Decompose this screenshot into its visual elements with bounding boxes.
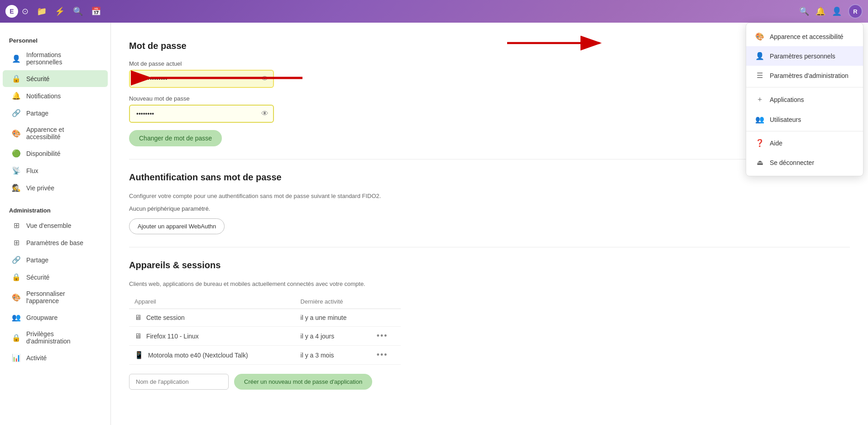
create-app-password-button[interactable]: Créer un nouveau mot de passe d'applicat… [234, 374, 372, 390]
sidebar: Personnel 👤 Informations personnelles 🔒 … [0, 23, 111, 425]
passwordless-desc: Configurer votre compte pour une authent… [129, 192, 850, 201]
calendar-icon[interactable]: 📅 [91, 6, 101, 16]
dropdown-item-admin-settings[interactable]: ☰ Paramètres d'administration [746, 66, 863, 85]
files-icon[interactable]: 📁 [37, 6, 47, 16]
dropdown-item-help[interactable]: ❓ Aide [746, 133, 863, 153]
help-icon: ❓ [755, 139, 764, 147]
sidebar-item-sharing[interactable]: 🔗 Partage [3, 105, 108, 121]
sidebar-item-availability[interactable]: 🟢 Disponibilité [3, 145, 108, 162]
rss-icon: 📡 [12, 166, 21, 175]
users-icon: 👥 [755, 115, 764, 124]
availability-icon: 🟢 [12, 149, 21, 158]
desktop2-icon: 🖥 [134, 332, 142, 340]
password-section-title: Mot de passe [129, 41, 850, 51]
dropdown-item-label: Utilisateurs [770, 116, 801, 123]
admin-lock-icon: 🔒 [12, 333, 21, 342]
last-activity: il y a 3 mois [295, 346, 371, 365]
sidebar-item-security-admin[interactable]: 🔒 Sécurité [3, 269, 108, 285]
new-password-label: Nouveau mot de passe [129, 95, 850, 102]
search-top-icon[interactable]: 🔍 [799, 6, 809, 16]
change-password-button[interactable]: Changer de mot de passe [129, 130, 222, 146]
col-device: Appareil [129, 295, 295, 309]
device-name: Cette session [146, 314, 185, 321]
bell-icon: 🔔 [12, 92, 21, 100]
dropdown-item-label: Aide [770, 140, 782, 147]
sidebar-item-appearance[interactable]: 🎨 Apparence et accessibilité [3, 122, 108, 145]
toggle-current-password-icon[interactable]: 👁 [261, 75, 269, 83]
user-icon: 👤 [12, 54, 21, 63]
dropdown-item-users[interactable]: 👥 Utilisateurs [746, 110, 863, 129]
chart-icon: 📊 [12, 353, 21, 362]
device-name: Firefox 110 - Linux [146, 333, 199, 340]
current-password-wrapper: 👁 [129, 70, 274, 88]
current-password-label: Mot de passe actuel [129, 60, 850, 67]
sidebar-item-customize[interactable]: 🎨 Personnaliser l'apparence [3, 286, 108, 309]
sidebar-item-sharing-admin[interactable]: 🔗 Partage [3, 251, 108, 268]
sidebar-item-label: Informations personnelles [26, 51, 99, 66]
brush-icon: 🎨 [12, 293, 21, 302]
sidebar-item-label: Groupware [26, 314, 58, 321]
sidebar-item-flux[interactable]: 📡 Flux [3, 162, 108, 179]
lock-icon: 🔒 [12, 74, 21, 83]
table-row: 🖥 Firefox 110 - Linux il y a 4 jours ••• [129, 327, 401, 346]
app-name-input[interactable] [129, 374, 229, 390]
more-options-button[interactable]: ••• [377, 331, 388, 341]
topbar-right: 🔍 🔔 👤 R [799, 4, 863, 19]
sidebar-item-privacy[interactable]: 🕵️ Vie privée [3, 179, 108, 196]
sidebar-item-label: Disponibilité [26, 150, 60, 157]
user-avatar[interactable]: R [848, 4, 863, 19]
dropdown-menu: 🎨 Apparence et accessibilité 👤 Paramètre… [746, 23, 863, 176]
admin-icon: ☰ [755, 71, 764, 80]
desktop-icon: 🖥 [134, 314, 142, 321]
current-password-input[interactable] [129, 70, 274, 88]
app-logo[interactable]: E [5, 5, 18, 18]
sidebar-item-groupware[interactable]: 👥 Groupware [3, 309, 108, 326]
activity-icon[interactable]: ⚡ [55, 6, 65, 16]
group-icon: 👥 [12, 313, 21, 322]
section-admin: Administration [0, 203, 110, 217]
share2-icon: 🔗 [12, 256, 21, 264]
dropdown-item-applications[interactable]: ＋ Applications [746, 89, 863, 110]
sidebar-item-privileges[interactable]: 🔒 Privilèges d'administration [3, 326, 108, 349]
sidebar-item-label: Activité [26, 354, 47, 362]
more-options-button2[interactable]: ••• [377, 350, 388, 360]
last-activity: il y a 4 jours [295, 327, 371, 346]
table-row: 🖥 Cette session il y a une minute [129, 309, 401, 327]
app-password-row: Créer un nouveau mot de passe d'applicat… [129, 374, 850, 390]
notifications-icon[interactable]: 🔔 [815, 6, 825, 16]
sidebar-item-basic-settings[interactable]: ⊞ Paramètres de base [3, 234, 108, 251]
sidebar-item-personal-info[interactable]: 👤 Informations personnelles [3, 47, 108, 70]
topbar-nav-icons: ⊙ 📁 ⚡ 🔍 📅 [22, 6, 101, 16]
dropdown-item-logout[interactable]: ⏏ Se déconnecter [746, 153, 863, 172]
devices-table: Appareil Dernière activité 🖥 Cette sessi… [129, 295, 401, 365]
table-row: 📱 Motorola moto e40 (Nextcloud Talk) il … [129, 346, 401, 365]
add-webauthn-button[interactable]: Ajouter un appareil WebAuthn [129, 218, 225, 234]
sidebar-item-security[interactable]: 🔒 Sécurité [3, 70, 108, 87]
dropdown-item-appearance[interactable]: 🎨 Apparence et accessibilité [746, 27, 863, 46]
toggle-new-password-icon[interactable]: 👁 [261, 110, 269, 118]
home-icon[interactable]: ⊙ [22, 6, 29, 16]
contacts-icon[interactable]: 👤 [832, 6, 842, 16]
privacy-icon: 🕵️ [12, 184, 21, 192]
dropdown-item-personal-settings[interactable]: 👤 Paramètres personnels [746, 46, 863, 66]
sidebar-item-label: Notifications [26, 92, 61, 100]
topbar: E ⊙ 📁 ⚡ 🔍 📅 🔍 🔔 👤 R [0, 0, 868, 23]
sidebar-item-notifications[interactable]: 🔔 Notifications [3, 87, 108, 104]
search-icon[interactable]: 🔍 [73, 6, 83, 16]
dropdown-item-label: Applications [770, 96, 804, 103]
section-personal: Personnel [0, 34, 110, 47]
sidebar-item-label: Sécurité [26, 274, 49, 281]
appearance-icon: 🎨 [755, 32, 764, 41]
sidebar-item-activity[interactable]: 📊 Activité [3, 349, 108, 366]
plus-icon: ＋ [755, 95, 764, 104]
sidebar-item-label: Apparence et accessibilité [26, 126, 99, 140]
dropdown-item-label: Paramètres personnels [770, 53, 835, 60]
sidebar-item-label: Partage [26, 256, 48, 264]
sidebar-item-label: Paramètres de base [26, 239, 83, 246]
grid-icon: ⊞ [12, 221, 21, 230]
dropdown-item-label: Se déconnecter [770, 159, 814, 166]
share-icon: 🔗 [12, 109, 21, 117]
paint-icon: 🎨 [12, 129, 21, 138]
sidebar-item-overview[interactable]: ⊞ Vue d'ensemble [3, 217, 108, 234]
new-password-input[interactable] [129, 105, 274, 123]
